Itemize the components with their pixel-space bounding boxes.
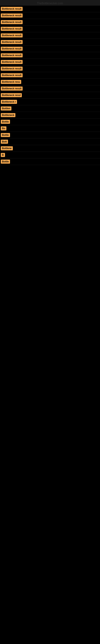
list-item: Bottleneck: [0, 112, 100, 118]
list-item: Bottleneck result: [0, 26, 100, 32]
list-item: Bo: [0, 125, 100, 132]
bottleneck-result-badge[interactable]: Bottle: [1, 133, 10, 137]
bottleneck-result-badge[interactable]: Bottleneck resul: [1, 93, 22, 97]
list-item: Bott: [0, 138, 100, 145]
bottleneck-result-badge[interactable]: Bottleneck result: [1, 20, 23, 24]
bottleneck-result-badge[interactable]: Bottlen: [1, 106, 11, 110]
bottleneck-result-badge[interactable]: Bottleneck result: [1, 53, 23, 57]
list-item: Bottleneck result: [0, 72, 100, 79]
list-item: Bottleneck r: [0, 98, 100, 105]
bottleneck-result-badge[interactable]: Bottleneck result: [1, 14, 23, 18]
bottleneck-result-badge[interactable]: B: [1, 153, 5, 157]
list-item: Bottleneck resul: [0, 92, 100, 98]
list-item: Bottleneck result: [0, 12, 100, 19]
list-item: Bottleneck result: [0, 19, 100, 26]
bottleneck-result-badge[interactable]: Bottle: [1, 160, 10, 164]
bottleneck-result-badge[interactable]: Bott: [1, 140, 8, 144]
site-header: TheBottlenecker.com: [0, 0, 100, 6]
list-item: Bottleneck result: [0, 85, 100, 92]
bottleneck-result-badge[interactable]: Bottleneck result: [1, 7, 23, 11]
list-item: Bottlene: [0, 145, 100, 152]
bottleneck-result-badge[interactable]: Bottleneck result: [1, 34, 23, 38]
bottleneck-result-badge[interactable]: Bottleneck resu: [1, 80, 21, 84]
list-item: Bottleneck result: [0, 46, 100, 52]
bottleneck-result-badge[interactable]: Bottleneck result: [1, 27, 23, 31]
bottleneck-result-badge[interactable]: Bottlene: [1, 146, 13, 150]
site-title: TheBottlenecker.com: [0, 0, 100, 6]
list-item: Bottle: [0, 158, 100, 165]
list-item: Bottleneck result: [0, 66, 100, 72]
list-item: Bottleneck result: [0, 6, 100, 12]
results-list: Bottleneck resultBottleneck resultBottle…: [0, 6, 100, 165]
list-item: Bottle: [0, 118, 100, 125]
bottleneck-result-badge[interactable]: Bottleneck r: [1, 100, 17, 104]
list-item: Bottleneck result: [0, 32, 100, 39]
bottleneck-result-badge[interactable]: Bottleneck result: [1, 66, 23, 71]
bottleneck-result-badge[interactable]: Bottleneck result: [1, 60, 23, 64]
list-item: Bottleneck result: [0, 39, 100, 46]
list-item: Bottleneck resu: [0, 79, 100, 85]
list-item: Bottlen: [0, 105, 100, 112]
list-item: Bottleneck result: [0, 59, 100, 66]
list-item: B: [0, 152, 100, 158]
list-item: Bottleneck result: [0, 52, 100, 59]
bottleneck-result-badge[interactable]: Bottle: [1, 120, 10, 124]
bottleneck-result-badge[interactable]: Bottleneck result: [1, 40, 23, 44]
bottleneck-result-badge[interactable]: Bottleneck result: [1, 86, 23, 90]
bottleneck-result-badge[interactable]: Bottleneck result: [1, 73, 23, 77]
bottleneck-result-badge[interactable]: Bottleneck result: [1, 47, 23, 51]
list-item: Bottle: [0, 132, 100, 138]
bottleneck-result-badge[interactable]: Bottleneck: [1, 113, 15, 117]
bottleneck-result-badge[interactable]: Bo: [1, 126, 6, 130]
